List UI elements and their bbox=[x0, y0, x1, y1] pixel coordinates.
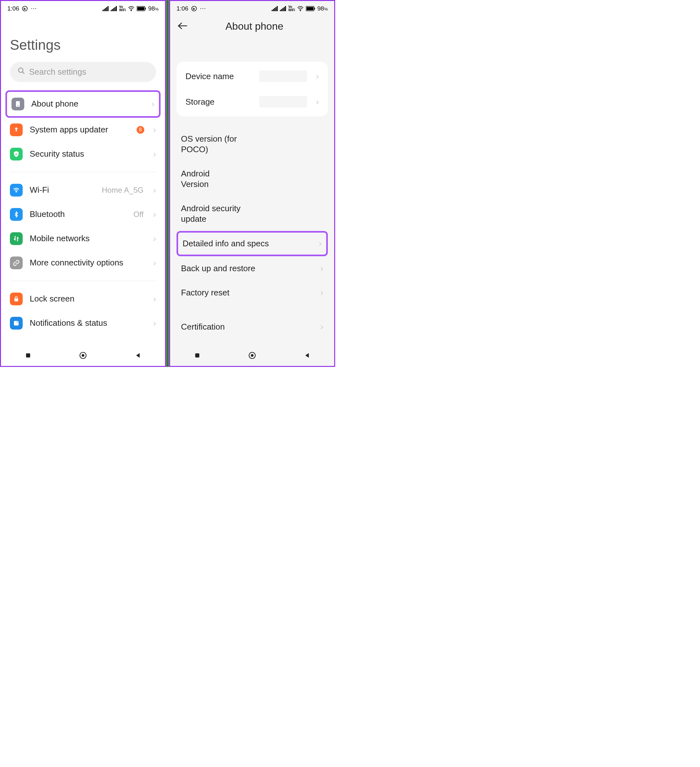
update-icon bbox=[10, 124, 23, 136]
chevron-right-icon: › bbox=[153, 209, 156, 220]
setting-label: About phone bbox=[31, 99, 145, 109]
notifications-item[interactable]: Notifications & status › bbox=[1, 311, 165, 335]
svg-rect-9 bbox=[115, 7, 116, 11]
setting-label: Notifications & status bbox=[30, 318, 146, 328]
vowifi-icon: VoWiFi bbox=[288, 5, 295, 12]
svg-rect-29 bbox=[274, 8, 275, 11]
page-title: Settings bbox=[1, 15, 165, 62]
security-update-item[interactable]: Android security update bbox=[172, 196, 332, 231]
topbar-title: About phone bbox=[195, 21, 327, 32]
about-label: Storage bbox=[185, 97, 254, 107]
about-label: Device name bbox=[185, 71, 254, 82]
certification-item[interactable]: Certification › bbox=[172, 315, 332, 339]
svg-rect-10 bbox=[116, 6, 117, 11]
setting-label: Mobile networks bbox=[30, 234, 146, 243]
about-phone-item[interactable]: About phone › bbox=[5, 90, 161, 118]
more-connectivity-item[interactable]: More connectivity options › bbox=[1, 251, 165, 275]
battery-percent: 98% bbox=[148, 5, 159, 12]
lock-screen-item[interactable]: Lock screen › bbox=[1, 287, 165, 311]
chevron-right-icon: › bbox=[153, 294, 156, 304]
back-button[interactable] bbox=[134, 352, 141, 360]
navbar bbox=[170, 345, 334, 366]
wifi-icon bbox=[128, 6, 135, 11]
svg-rect-23 bbox=[26, 353, 30, 358]
svg-rect-13 bbox=[137, 7, 144, 10]
chevron-right-icon: › bbox=[151, 99, 155, 109]
about-label: Android Version bbox=[181, 169, 226, 189]
lock-icon bbox=[10, 293, 23, 306]
svg-point-11 bbox=[131, 10, 131, 11]
svg-rect-34 bbox=[282, 8, 284, 11]
mobile-networks-item[interactable]: Mobile networks › bbox=[1, 226, 165, 251]
svg-rect-3 bbox=[105, 8, 106, 11]
signal-icon bbox=[102, 6, 109, 11]
security-status-item[interactable]: Security status › bbox=[1, 142, 165, 166]
divider bbox=[10, 172, 156, 172]
svg-rect-2 bbox=[104, 9, 105, 11]
system-apps-updater-item[interactable]: System apps updater 8 › bbox=[1, 118, 165, 142]
svg-rect-30 bbox=[276, 7, 276, 11]
wifi-item[interactable]: Wi-Fi Home A_5G › bbox=[1, 178, 165, 202]
svg-rect-35 bbox=[284, 7, 285, 11]
svg-rect-36 bbox=[285, 6, 286, 11]
device-card: Device name › Storage › bbox=[177, 62, 328, 116]
whatsapp-icon bbox=[22, 5, 28, 12]
back-button[interactable] bbox=[303, 352, 311, 360]
phone-icon bbox=[11, 98, 24, 110]
redacted-value bbox=[259, 70, 307, 82]
svg-rect-18 bbox=[17, 106, 19, 106]
back-arrow-icon[interactable] bbox=[178, 21, 187, 32]
about-label: Android security update bbox=[181, 203, 258, 224]
home-button[interactable] bbox=[79, 351, 87, 361]
svg-point-37 bbox=[300, 10, 301, 11]
device-name-item[interactable]: Device name › bbox=[177, 64, 328, 89]
svg-rect-40 bbox=[314, 8, 315, 10]
chevron-right-icon: › bbox=[153, 258, 156, 268]
recent-apps-button[interactable] bbox=[25, 352, 32, 360]
topbar: About phone bbox=[170, 15, 334, 39]
battery-icon bbox=[137, 6, 146, 11]
svg-rect-39 bbox=[306, 7, 313, 10]
svg-rect-1 bbox=[102, 10, 104, 11]
chevron-right-icon: › bbox=[153, 149, 156, 159]
recent-apps-button[interactable] bbox=[194, 352, 201, 360]
chevron-right-icon: › bbox=[316, 71, 319, 81]
mobile-data-icon bbox=[10, 232, 23, 245]
setting-label: System apps updater bbox=[30, 125, 129, 135]
chevron-right-icon: › bbox=[321, 288, 323, 298]
chevron-right-icon: › bbox=[321, 321, 323, 332]
svg-rect-32 bbox=[280, 10, 281, 11]
setting-label: Bluetooth bbox=[30, 209, 126, 219]
redacted-value bbox=[256, 135, 320, 154]
detailed-info-item[interactable]: Detailed info and specs › bbox=[177, 231, 328, 256]
svg-rect-4 bbox=[106, 7, 107, 11]
svg-point-19 bbox=[16, 191, 17, 192]
bluetooth-icon bbox=[10, 208, 23, 221]
vowifi-icon: VoWiFi bbox=[119, 5, 126, 12]
wifi-value: Home A_5G bbox=[102, 186, 144, 195]
about-label: OS version (for POCO) bbox=[181, 134, 250, 154]
shield-icon bbox=[10, 148, 23, 161]
os-version-item[interactable]: OS version (for POCO) bbox=[172, 127, 332, 161]
redacted-value bbox=[263, 207, 301, 220]
notification-icon bbox=[10, 317, 23, 329]
home-button[interactable] bbox=[248, 351, 256, 361]
bluetooth-value: Off bbox=[134, 210, 144, 219]
navbar bbox=[1, 345, 165, 366]
about-label: Detailed info and specs bbox=[183, 238, 313, 249]
android-version-item[interactable]: Android Version bbox=[172, 161, 332, 196]
svg-rect-7 bbox=[112, 9, 113, 11]
backup-restore-item[interactable]: Back up and restore › bbox=[172, 256, 332, 281]
svg-point-22 bbox=[17, 321, 19, 323]
storage-item[interactable]: Storage › bbox=[177, 89, 328, 115]
chevron-right-icon: › bbox=[153, 234, 156, 244]
chevron-right-icon: › bbox=[321, 263, 323, 274]
about-label: Certification bbox=[181, 321, 315, 332]
search-input[interactable]: Search settings bbox=[10, 62, 156, 82]
bluetooth-item[interactable]: Bluetooth Off › bbox=[1, 202, 165, 226]
factory-reset-item[interactable]: Factory reset › bbox=[172, 280, 332, 305]
about-label: Factory reset bbox=[181, 288, 315, 298]
about-label: Back up and restore bbox=[181, 263, 315, 274]
chevron-right-icon: › bbox=[319, 238, 322, 248]
search-icon bbox=[18, 67, 25, 77]
